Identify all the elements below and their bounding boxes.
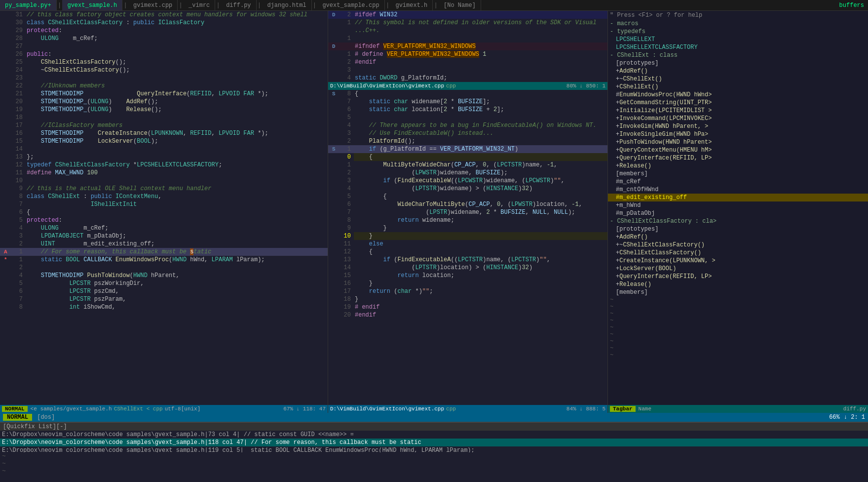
fold-col <box>328 19 332 27</box>
fold-col <box>328 121 332 129</box>
tab-vimrc[interactable]: _vimrc <box>184 0 215 11</box>
line-content: STDMETHODIMP LockServer(BOOL); <box>26 137 328 145</box>
sign-col <box>332 216 338 224</box>
line-content: #ifdef WIN32 <box>354 11 607 19</box>
fold-col <box>0 177 4 185</box>
line-content: #ifndef VER_PLATFORM_WIN32_WINDOWS <box>354 42 607 50</box>
line-content: } <box>354 295 607 303</box>
quickfix-item[interactable]: E:\Dropbox\neovim_colorscheme\code sampl… <box>0 446 868 452</box>
fold-col <box>328 50 332 58</box>
status-pos-mid-top: 80% ↓ 850: 1 <box>566 83 605 89</box>
sign-col <box>4 121 10 129</box>
line-content: protected: <box>26 27 328 35</box>
fold-col <box>328 11 332 19</box>
table-row: 17 //IClassFactory members <box>0 121 328 129</box>
tab-gvext-sample-h[interactable]: gvext_sample.h <box>62 0 122 11</box>
status-mode-bottom: NORMAL <box>3 414 32 421</box>
table-row: 10 } <box>328 232 607 240</box>
list-item: +~CShellExt() <box>608 75 868 83</box>
sign-col <box>4 169 10 177</box>
line-content: MultiByteToWideChar(CP_ACP, 0, (LPCTSTR)… <box>354 161 607 169</box>
fold-col <box>0 161 4 169</box>
sign-col <box>332 106 338 114</box>
table-row: 7 LPCSTR pszParam, <box>0 295 328 303</box>
tab-sep-3: | <box>178 1 184 9</box>
tab-py-sample[interactable]: py_sample.py+ <box>0 0 57 11</box>
line-content <box>26 74 328 82</box>
sign-col <box>332 287 338 295</box>
fold-col <box>0 201 4 208</box>
table-row: 11 else <box>328 240 607 248</box>
quickfix-item[interactable]: E:\Dropbox\neovim_colorscheme\code sampl… <box>0 431 868 439</box>
sign-col <box>332 58 338 66</box>
sign-col <box>332 50 338 58</box>
fold-col <box>328 232 332 240</box>
line-number: 20 <box>338 311 354 319</box>
table-row: 5 protected: <box>0 216 328 224</box>
tab-gvext-sample-cpp[interactable]: gvext_sample.cpp <box>317 0 384 11</box>
tab-gvimext-h[interactable]: gvimext.h <box>390 0 433 11</box>
fold-col <box>0 287 4 295</box>
table-row: 31 // this class factory object creates … <box>0 11 328 19</box>
sign-col <box>332 303 338 311</box>
table-row: S 8 { <box>328 90 607 98</box>
sign-col <box>4 295 10 303</box>
tab-sep-7: | <box>385 1 391 9</box>
fold-col <box>328 303 332 311</box>
table-row: 6 static char location[2 * BUFSIZE + 2]; <box>328 106 607 114</box>
fold-col <box>0 169 4 177</box>
tab-sep-5: | <box>257 1 263 9</box>
line-content: } <box>354 280 607 287</box>
list-item: +LockServer(BOOL) <box>608 265 868 273</box>
table-row: 19 STDMETHODIMP_(ULONG) Release(); <box>0 106 328 114</box>
line-number: 4 <box>10 224 26 232</box>
line-number: 10 <box>10 177 26 185</box>
sign-col <box>332 19 338 27</box>
table-row: 15 return location; <box>328 272 607 280</box>
panel-mid-top: D 2 #ifdef WIN32 1 // This symbol is not… <box>328 11 607 82</box>
fold-col <box>328 216 332 224</box>
status-pos-mid-bot: 84% ↓ 888: 5 <box>566 406 605 412</box>
status-encoding: utf-8[unix] <box>165 406 201 412</box>
line-content: IShellExtInit <box>26 201 328 208</box>
fold-col <box>328 177 332 185</box>
line-content: // There appears to be a bug in FindExec… <box>354 121 607 129</box>
sign-col <box>332 121 338 129</box>
list-item: +Release() <box>608 281 868 288</box>
table-row: 27 <box>0 42 328 50</box>
fold-col <box>0 19 4 27</box>
sign-col <box>4 58 10 66</box>
fold-col <box>0 42 4 50</box>
line-number: 1 <box>10 248 26 256</box>
tab-gvimext-cpp[interactable]: gvimext.cpp <box>128 0 178 11</box>
line-content: PlatformId(); <box>354 137 607 145</box>
fold-col <box>0 256 4 264</box>
table-row: 23 <box>0 74 328 82</box>
sign-col <box>332 114 338 121</box>
line-number: 1 <box>338 161 354 169</box>
list-item: +InvokeGim(HWND hParent, > <box>608 122 868 130</box>
tab-diff-py[interactable]: diff.py <box>221 0 256 11</box>
sign-col <box>4 287 10 295</box>
line-content: class CShellExt : public IContextMenu, <box>26 193 328 201</box>
fold-col <box>328 208 332 216</box>
table-row: 4 static DWORD g_PlatformId; <box>328 74 607 82</box>
quickfix-item-active[interactable]: E:\Dropbox\neovim_colorscheme\code sampl… <box>0 439 868 446</box>
line-number: 1 <box>338 145 354 153</box>
sign-col <box>4 137 10 145</box>
sign-col <box>332 177 338 185</box>
line-number: 15 <box>338 272 354 280</box>
tab-no-name[interactable]: [No Name] <box>439 0 481 11</box>
table-row: 4 // There appears to be a bug in FindEx… <box>328 121 607 129</box>
sign-col <box>332 137 338 145</box>
sign-col <box>332 272 338 280</box>
line-content: // this is the actual OLE Shell context … <box>26 185 328 193</box>
code-area-left[interactable]: 31 // this class factory object creates … <box>0 11 328 405</box>
sign-col <box>332 193 338 201</box>
tab-django-html[interactable]: django.html <box>262 0 311 11</box>
line-number: 29 <box>10 27 26 35</box>
sign-col <box>332 161 338 169</box>
line-number: 1 <box>10 256 26 264</box>
line-number: 17 <box>10 121 26 129</box>
table-row: 25 CShellExtClassFactory(); <box>0 58 328 66</box>
